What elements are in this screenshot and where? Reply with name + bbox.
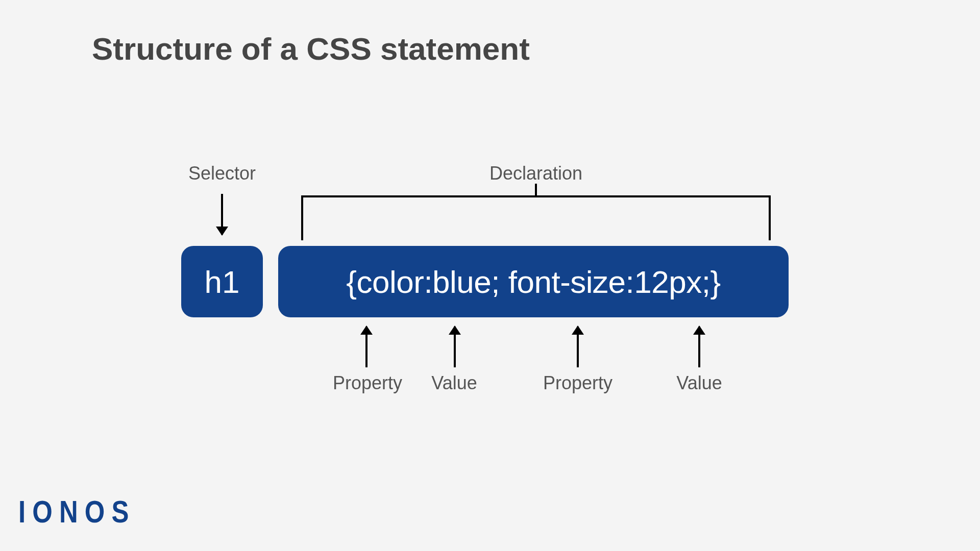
arrow-value1-icon (454, 327, 456, 367)
page-title: Structure of a CSS statement (92, 31, 530, 67)
arrow-property1-icon (365, 327, 368, 367)
label-property1: Property (327, 372, 408, 394)
declaration-bracket-icon (301, 195, 771, 240)
arrow-value2-icon (698, 327, 700, 367)
declaration-text: {color:blue; font-size:12px;} (346, 264, 720, 300)
bracket-stem-icon (535, 184, 537, 195)
label-property2: Property (537, 372, 619, 394)
arrow-property2-icon (577, 327, 579, 367)
label-selector: Selector (186, 163, 258, 184)
selector-text: h1 (205, 264, 240, 300)
declaration-box: {color:blue; font-size:12px;} (278, 246, 789, 317)
label-value2: Value (669, 372, 730, 394)
label-value1: Value (424, 372, 485, 394)
selector-box: h1 (181, 246, 263, 317)
label-declaration: Declaration (485, 163, 587, 184)
arrow-selector-icon (221, 194, 223, 235)
ionos-logo: IONOS (18, 493, 135, 530)
